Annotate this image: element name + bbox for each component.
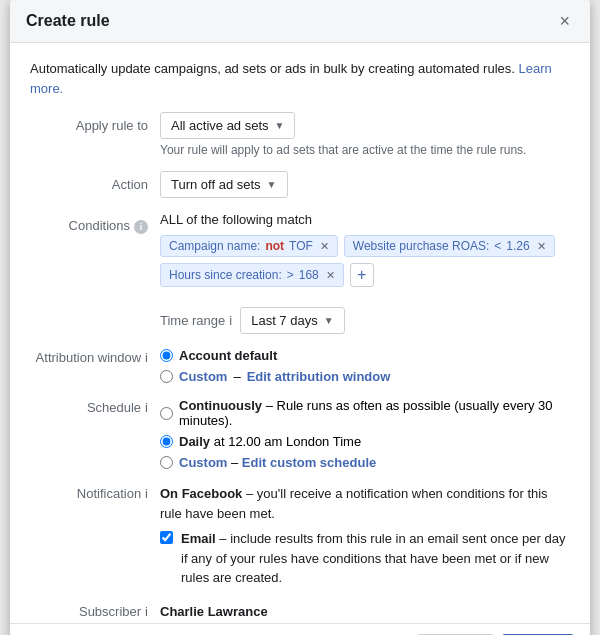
close-button[interactable]: ×	[555, 12, 574, 30]
notification-label: Notification i	[30, 484, 160, 501]
time-range-row: Time range i Last 7 days ▼	[160, 307, 570, 334]
apply-rule-dropdown[interactable]: All active ad sets ▼	[160, 112, 295, 139]
attribution-info-icon: i	[145, 350, 148, 365]
schedule-label: Schedule i	[30, 398, 160, 415]
action-dropdown[interactable]: Turn off ad sets ▼	[160, 171, 288, 198]
attribution-account-default: Account default	[160, 348, 390, 363]
apply-rule-helper: Your rule will apply to ad sets that are…	[160, 143, 570, 157]
attribution-label: Attribution window i	[30, 348, 160, 365]
notification-section: Notification i On Facebook – you'll rece…	[30, 484, 570, 588]
edit-attribution-link[interactable]: Edit attribution window	[247, 369, 391, 384]
remove-roas-tag[interactable]: ✕	[537, 240, 546, 253]
time-range-arrow-icon: ▼	[324, 315, 334, 326]
action-dropdown-arrow-icon: ▼	[267, 179, 277, 190]
schedule-radio-custom[interactable]	[160, 456, 173, 469]
modal-footer: Cancel Create	[10, 623, 590, 635]
attribution-section: Attribution window i Account default Cus…	[30, 348, 570, 384]
condition-tag-roas: Website purchase ROAS: < 1.26 ✕	[344, 235, 555, 257]
condition-tag-campaign: Campaign name: not TOF ✕	[160, 235, 338, 257]
attribution-custom-label: Custom	[179, 369, 227, 384]
notification-email-item: Email – include results from this rule i…	[160, 529, 570, 588]
schedule-custom: Custom – Edit custom schedule	[160, 455, 570, 470]
subscriber-section: Subscriber i Charlie Lawrance	[30, 602, 570, 619]
subscriber-label: Subscriber i	[30, 602, 160, 619]
action-row: Action Turn off ad sets ▼	[30, 171, 570, 198]
attribution-radio-custom[interactable]	[160, 370, 173, 383]
remove-campaign-tag[interactable]: ✕	[320, 240, 329, 253]
intro-description: Automatically update campaigns, ad sets …	[30, 61, 515, 76]
attribution-custom: Custom – Edit attribution window	[160, 369, 390, 384]
time-range-dropdown[interactable]: Last 7 days ▼	[240, 307, 344, 334]
condition-tags-row1: Campaign name: not TOF ✕ Website purchas…	[160, 235, 570, 257]
conditions-label: Conditions i	[30, 212, 160, 234]
time-range-label: Time range i	[160, 313, 232, 328]
create-rule-modal: Create rule × Automatically update campa…	[10, 0, 590, 635]
notification-text: On Facebook – you'll receive a notificat…	[160, 484, 570, 523]
condition-tags-row2: Hours since creation: > 168 ✕ +	[160, 263, 570, 287]
dropdown-arrow-icon: ▼	[275, 120, 285, 131]
schedule-daily: Daily at 12.00 am London Time	[160, 434, 570, 449]
action-label: Action	[30, 171, 160, 192]
time-range-info-icon: i	[229, 313, 232, 328]
remove-hours-tag[interactable]: ✕	[326, 269, 335, 282]
schedule-continuously: Continuously – Rule runs as often as pos…	[160, 398, 570, 428]
modal-body: Automatically update campaigns, ad sets …	[10, 43, 590, 623]
conditions-match-text: ALL of the following match	[160, 212, 570, 227]
schedule-section: Schedule i Continuously – Rule runs as o…	[30, 398, 570, 470]
email-checkbox[interactable]	[160, 531, 173, 544]
modal-title: Create rule	[26, 12, 110, 30]
attribution-radio-default[interactable]	[160, 349, 173, 362]
conditions-row: Conditions i ALL of the following match …	[30, 212, 570, 293]
conditions-info-icon: i	[134, 220, 148, 234]
modal-header: Create rule ×	[10, 0, 590, 43]
add-condition-button[interactable]: +	[350, 263, 374, 287]
apply-rule-content: All active ad sets ▼ Your rule will appl…	[160, 112, 570, 157]
apply-rule-label: Apply rule to	[30, 112, 160, 133]
subscriber-name: Charlie Lawrance	[160, 602, 268, 619]
notification-info-icon: i	[145, 486, 148, 501]
intro-text: Automatically update campaigns, ad sets …	[30, 59, 570, 98]
conditions-content: ALL of the following match Campaign name…	[160, 212, 570, 293]
action-content: Turn off ad sets ▼	[160, 171, 570, 198]
apply-rule-row: Apply rule to All active ad sets ▼ Your …	[30, 112, 570, 157]
subscriber-info-icon: i	[145, 604, 148, 619]
notification-content: On Facebook – you'll receive a notificat…	[160, 484, 570, 588]
schedule-info-icon: i	[145, 400, 148, 415]
condition-tag-hours: Hours since creation: > 168 ✕	[160, 263, 344, 287]
schedule-options: Continuously – Rule runs as often as pos…	[160, 398, 570, 470]
edit-schedule-link[interactable]: Edit custom schedule	[242, 455, 376, 470]
email-description: Email – include results from this rule i…	[181, 529, 570, 588]
schedule-radio-daily[interactable]	[160, 435, 173, 448]
schedule-radio-continuously[interactable]	[160, 407, 173, 420]
attribution-options: Account default Custom – Edit attributio…	[160, 348, 390, 384]
